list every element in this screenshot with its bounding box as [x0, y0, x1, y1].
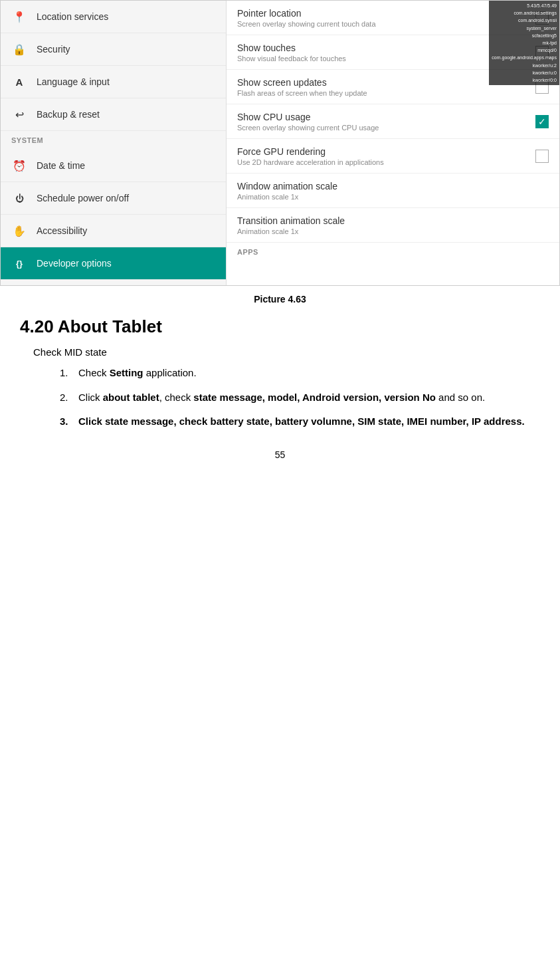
sidebar-item-backup-reset[interactable]: ↩ Backup & reset [1, 98, 226, 131]
picture-caption: Picture 4.63 [0, 294, 560, 305]
show-touches-subtitle: Show visual feedback for touches [237, 55, 529, 62]
transition-animation-scale-title: Transition animation scale [237, 215, 549, 226]
sidebar-item-date-time[interactable]: ⏰ Date & time [1, 150, 226, 182]
sidebar-item-label: Date & time [37, 160, 85, 171]
window-animation-scale-title: Window animation scale [237, 181, 549, 191]
accessibility-icon: ✋ [11, 223, 27, 239]
page-number: 55 [0, 449, 560, 460]
sidebar-item-label: Schedule power on/off [37, 193, 129, 203]
step-1-text: Check Setting application. [78, 366, 540, 381]
step-3-num: 3. [60, 414, 78, 429]
content-panel: 5.43/5.47/5.49 com.android.settings com.… [227, 1, 559, 285]
show-cpu-usage-checkbox[interactable]: ✓ [535, 115, 549, 128]
section-heading: 4.20 About Tablet [20, 316, 540, 337]
sidebar-item-label: Location services [37, 11, 108, 22]
show-cpu-usage-title: Show CPU usage [237, 112, 529, 122]
step-2-text: Click about tablet, check state message,… [78, 390, 540, 406]
sidebar-item-label: Developer options [37, 258, 112, 269]
sidebar-item-language-input[interactable]: A Language & input [1, 66, 226, 98]
pointer-location-subtitle: Screen overlay showing current touch dat… [237, 20, 529, 28]
pointer-location-title: Pointer location [237, 8, 529, 19]
show-screen-updates-subtitle: Flash areas of screen when they update [237, 89, 529, 97]
force-gpu-rendering-item[interactable]: Force GPU rendering Use 2D hardware acce… [227, 139, 559, 174]
step-2-num: 2. [60, 390, 78, 406]
apps-section-header: APPS [227, 243, 559, 261]
power-icon: ⏻ [11, 190, 27, 206]
settings-screenshot: 📍 Location services 🔒 Security A Languag… [0, 0, 560, 286]
show-screen-updates-title: Show screen updates [237, 77, 529, 88]
force-gpu-rendering-subtitle: Use 2D hardware acceleration in applicat… [237, 158, 529, 166]
steps-list: 1. Check Setting application. 2. Click a… [60, 366, 540, 429]
sidebar-item-developer-options[interactable]: {} Developer options [1, 247, 226, 280]
sidebar-item-schedule-power[interactable]: ⏻ Schedule power on/off [1, 182, 226, 215]
sidebar-item-label: Language & input [37, 76, 110, 87]
backup-icon: ↩ [11, 106, 27, 122]
status-overlay: 5.43/5.47/5.49 com.android.settings com.… [489, 1, 559, 85]
document-content: 4.20 About Tablet Check MID state 1. Che… [0, 316, 560, 429]
step-3: 3. Click state message, check battery st… [60, 414, 540, 429]
sidebar-item-label: Security [37, 44, 70, 55]
intro-text: Check MID state [33, 346, 540, 358]
force-gpu-rendering-checkbox[interactable] [535, 150, 549, 163]
sidebar-item-location-services[interactable]: 📍 Location services [1, 1, 226, 33]
transition-animation-scale-item[interactable]: Transition animation scale Animation sca… [227, 208, 559, 243]
show-cpu-usage-item[interactable]: Show CPU usage Screen overlay showing cu… [227, 104, 559, 139]
window-animation-scale-subtitle: Animation scale 1x [237, 193, 549, 201]
developer-icon: {} [11, 255, 27, 271]
force-gpu-rendering-title: Force GPU rendering [237, 146, 529, 157]
sidebar-item-security[interactable]: 🔒 Security [1, 33, 226, 66]
language-icon: A [11, 74, 27, 90]
step-3-text: Click state message, check battery state… [78, 414, 540, 429]
transition-animation-scale-subtitle: Animation scale 1x [237, 227, 549, 235]
status-text: 5.43/5.47/5.49 com.android.settings com.… [492, 3, 557, 82]
clock-icon: ⏰ [11, 158, 27, 174]
lock-icon: 🔒 [11, 41, 27, 57]
show-cpu-usage-subtitle: Screen overlay showing current CPU usage [237, 124, 529, 132]
step-1-num: 1. [60, 366, 78, 381]
show-touches-title: Show touches [237, 43, 529, 53]
settings-sidebar: 📍 Location services 🔒 Security A Languag… [1, 1, 227, 285]
sidebar-item-label: Backup & reset [37, 109, 100, 120]
sidebar-item-accessibility[interactable]: ✋ Accessibility [1, 215, 226, 247]
sidebar-item-label: Accessibility [37, 225, 87, 236]
sidebar-item-about-tablet[interactable]: ℹ About tablet [1, 280, 226, 286]
step-2: 2. Click about tablet, check state messa… [60, 390, 540, 406]
location-icon: 📍 [11, 9, 27, 25]
system-section-header: SYSTEM [1, 131, 226, 150]
step-1: 1. Check Setting application. [60, 366, 540, 381]
window-animation-scale-item[interactable]: Window animation scale Animation scale 1… [227, 174, 559, 208]
